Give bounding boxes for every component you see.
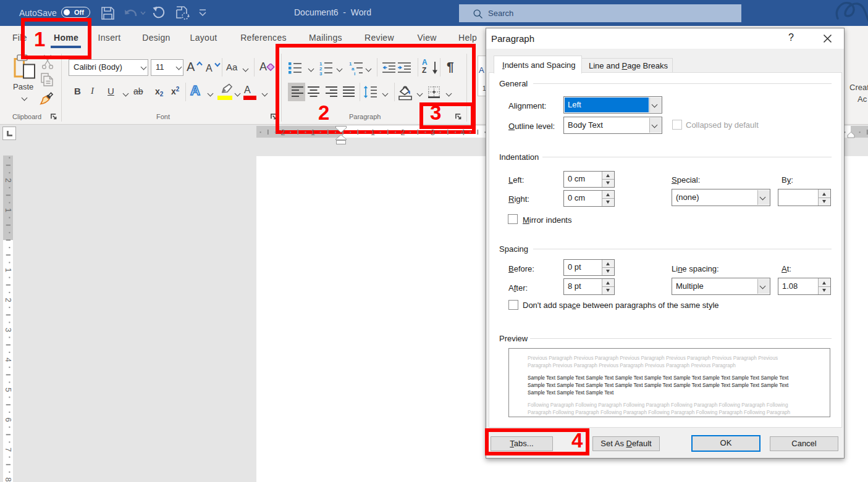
- svg-text:2: 2: [401, 128, 405, 137]
- svg-text:5: 5: [4, 388, 13, 392]
- svg-text:3: 3: [431, 128, 435, 137]
- svg-text:8: 8: [4, 477, 13, 481]
- svg-text:1: 1: [4, 268, 13, 272]
- svg-text:6: 6: [4, 417, 13, 422]
- svg-text:2: 2: [281, 128, 285, 137]
- svg-text:1: 1: [371, 128, 375, 137]
- svg-text:2: 2: [4, 297, 13, 302]
- svg-text:7: 7: [4, 447, 13, 452]
- svg-text:1: 1: [4, 208, 13, 212]
- svg-text:1: 1: [311, 128, 315, 137]
- svg-text:4: 4: [461, 128, 465, 137]
- svg-text:3: 3: [4, 328, 13, 332]
- svg-text:4: 4: [4, 357, 13, 362]
- svg-text:2: 2: [4, 178, 13, 182]
